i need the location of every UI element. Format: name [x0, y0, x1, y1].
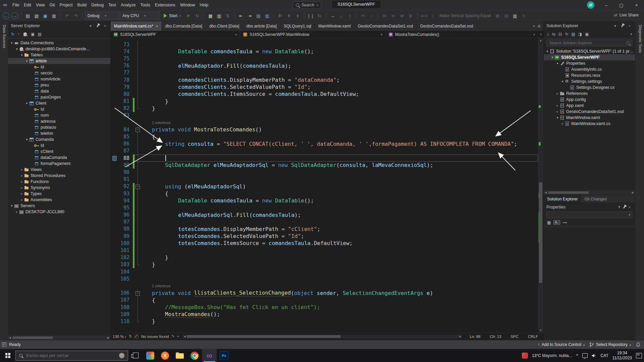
open-file-icon[interactable]: ▧	[33, 12, 41, 20]
word-wrap-icon[interactable]: ⇅	[224, 12, 232, 20]
breakpoint-margin[interactable]	[111, 162, 118, 169]
make-vertical-spacing-equal-label[interactable]: Make Vertical Spacing Equal	[437, 13, 493, 18]
code-line-108[interactable]: 108//MessageBox.Show("Has fet Click en u…	[111, 304, 538, 311]
fold-region[interactable]: −	[135, 290, 141, 297]
add-source-control-button[interactable]: ↑ Add to Source Control ▴	[538, 342, 585, 347]
menu-view[interactable]: View	[34, 0, 47, 10]
collapse-icon[interactable]: ▾	[9, 204, 14, 207]
menu-edit[interactable]: Edit	[21, 0, 34, 10]
navigate-back-icon[interactable]: ←	[3, 12, 9, 19]
code-line-100[interactable]: 100totesComandes.ItemsSource = comandesT…	[111, 240, 538, 247]
scrollbar-thumb[interactable]	[187, 335, 341, 338]
categorized-icon[interactable]: ▦	[547, 220, 551, 225]
step-over-icon[interactable]: →	[328, 12, 336, 20]
menu-window[interactable]: Window	[178, 0, 197, 10]
breakpoint-margin[interactable]	[111, 126, 118, 133]
tree-item-data-connections[interactable]: ▾Data Connections	[8, 40, 110, 46]
code-editor[interactable]: 7374DataTable comandesTaula = new DataTa…	[111, 38, 543, 333]
collapse-region-icon[interactable]: −	[136, 185, 140, 189]
pin-icon[interactable]	[97, 24, 99, 27]
breakpoint-margin[interactable]	[111, 290, 118, 297]
save-icon[interactable]: ▣	[41, 12, 49, 20]
taskbar-app-visual-studio[interactable]: ∞	[202, 349, 217, 362]
menu-project[interactable]: Project	[57, 0, 75, 10]
close-panel-icon[interactable]: ×	[627, 205, 632, 209]
collapse-icon[interactable]: ▾	[9, 41, 14, 45]
pencil-icon[interactable]: ✎	[172, 334, 175, 339]
menu-git[interactable]: Git	[47, 0, 57, 10]
tab-gestiocomandesdataset1-xsd[interactable]: GestioComandesDataSet1.xsd	[355, 21, 417, 31]
comment-icon[interactable]: ▤	[254, 12, 262, 20]
code-line-109[interactable]: 109MostraComandes();	[111, 311, 538, 318]
switch-views-icon[interactable]: ⇆	[552, 32, 555, 37]
tree-item-functions[interactable]: ▸Functions	[8, 179, 110, 185]
solution-search-input[interactable]	[549, 41, 625, 45]
breakpoint-margin[interactable]	[111, 155, 118, 162]
breakpoint-margin[interactable]	[111, 240, 118, 247]
collapse-icon[interactable]: ▾	[545, 50, 550, 53]
tab-gestiocomandesdataset-xsd[interactable]: GestioComandesDataSet.xsd	[417, 21, 477, 31]
news-interest-icon[interactable]	[522, 353, 528, 359]
tree-item-settings-settings[interactable]: ▾Settings.settings	[544, 78, 635, 84]
code-line-104[interactable]: 104	[111, 268, 538, 275]
code-line-76[interactable]: 76elMeuAdaptador.Fill(comandesTaula);	[111, 62, 538, 69]
tree-item-nom[interactable]: nom	[8, 112, 110, 118]
tree-item-assemblyinfo-cs[interactable]: AssemblyInfo.cs	[544, 66, 635, 72]
tree-item-id[interactable]: Id	[8, 142, 110, 148]
code-line-73[interactable]: 73	[111, 41, 538, 48]
tab-sqlquery1-sql[interactable]: SQLQuery1.sql	[280, 21, 315, 31]
uncomment-icon[interactable]: ▥	[263, 12, 271, 20]
breakpoint-margin[interactable]	[111, 212, 118, 219]
code-line-83[interactable]: 83	[111, 112, 538, 119]
breakpoint-margin[interactable]	[111, 140, 118, 147]
tab-options-gear-icon[interactable]: ⊛	[537, 24, 541, 28]
tab-solution-explorer[interactable]: Solution Explorer	[544, 195, 581, 203]
expand-icon[interactable]: ▸	[555, 110, 560, 113]
tree-item-id[interactable]: Id	[8, 106, 110, 112]
breakpoint-margin[interactable]	[111, 304, 118, 311]
user-avatar[interactable]: JF	[587, 1, 594, 9]
close-panel-icon[interactable]: ×	[102, 24, 108, 28]
tree-item-properties[interactable]: ▾Properties	[544, 60, 635, 66]
menu-test[interactable]: Test	[106, 0, 118, 10]
expand-icon[interactable]: ▸	[19, 192, 24, 195]
breakpoint-margin[interactable]	[111, 282, 118, 289]
code-line-77[interactable]: 77	[111, 69, 538, 76]
scroll-left-icon[interactable]: ◀	[183, 335, 187, 339]
toolbar-overflow-icon[interactable]: ▾	[630, 33, 632, 36]
restart-icon[interactable]: ↻	[315, 12, 323, 20]
breakpoint-margin[interactable]	[111, 226, 118, 233]
code-line-95[interactable]: 95	[111, 204, 538, 211]
code-line-98[interactable]: 98totesComandes.DisplayMemberPath = "cCl…	[111, 226, 538, 233]
breakpoint-margin[interactable]	[111, 190, 118, 197]
scroll-down-icon[interactable]: ▼	[538, 329, 543, 332]
quick-search-box[interactable]: Search ▾	[292, 1, 321, 9]
run-pause-icon[interactable]: ❙❙	[307, 12, 315, 20]
expand-icon[interactable]: ▸	[14, 210, 19, 214]
start-button[interactable]	[0, 349, 15, 362]
breakpoint-margin[interactable]	[111, 48, 118, 55]
collapse-icon[interactable]: ▾	[555, 116, 560, 119]
compare-icon[interactable]: ▥	[511, 12, 519, 20]
breakpoint-margin[interactable]	[111, 318, 118, 325]
alphabetical-icon[interactable]: A↓	[553, 220, 560, 225]
window-position-icon[interactable]: ▾	[612, 24, 618, 28]
scroll-right-icon[interactable]: ▶	[107, 336, 109, 339]
breakpoint-margin[interactable]	[111, 169, 118, 176]
code-line-107[interactable]: 107{	[111, 297, 538, 304]
bookmark-toggle-icon[interactable]: ⚐	[276, 12, 284, 20]
code-line-79[interactable]: 79comandesClients.SelectedValuePath = "I…	[111, 83, 538, 90]
collapse-icon[interactable]: ▾	[24, 138, 29, 141]
tree-item-types[interactable]: ▸Types	[8, 191, 110, 197]
tab-mainwindow-xaml[interactable]: MainWindow.xaml	[315, 21, 355, 31]
refresh-icon[interactable]: ↻	[565, 32, 568, 37]
breakpoint-margin[interactable]	[111, 176, 118, 183]
tree-item-desktop-jccl880-gestiocomande[interactable]: ▾desktop-jccl880.GestioComande...	[8, 46, 110, 52]
minimize-button[interactable]: –	[599, 0, 614, 10]
code-line-99[interactable]: 99totesComandes.SelectedValuePath = "Id"…	[111, 233, 538, 240]
code-line-86[interactable]: 86string consulta = "SELECT CONCAT(cClie…	[111, 140, 538, 147]
align-left-icon[interactable]: ⊫	[381, 12, 389, 20]
spacing-vertical-icon[interactable]: ↕	[429, 12, 437, 20]
fold-region[interactable]: −	[135, 183, 141, 190]
navigate-forward-icon[interactable]: →	[11, 12, 18, 19]
